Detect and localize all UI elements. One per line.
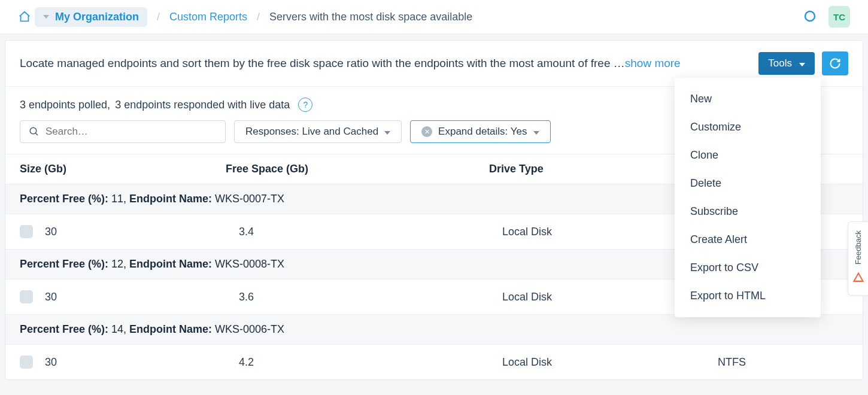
menu-item[interactable]: Create Alert: [675, 226, 821, 254]
show-more-link[interactable]: show more: [625, 57, 681, 69]
cell-free: 4.2: [239, 356, 502, 369]
breadcrumb-separator: /: [257, 11, 260, 23]
responses-filter[interactable]: Responses: Live and Cached: [234, 120, 402, 143]
report-card: Locate managed endpoints and sort them b…: [5, 40, 863, 380]
search-input[interactable]: [45, 126, 217, 138]
cell-free: 3.6: [239, 291, 502, 303]
description: Locate managed endpoints and sort them b…: [20, 57, 625, 69]
search-input-wrapper[interactable]: [20, 120, 226, 143]
org-name: My Organization: [55, 11, 139, 23]
cell-size: 30: [45, 356, 239, 369]
clear-icon[interactable]: ✕: [421, 126, 432, 137]
search-icon: [29, 126, 40, 137]
row-checkbox[interactable]: [20, 225, 33, 238]
chevron-down-icon: [533, 126, 539, 138]
cell-size: 30: [45, 226, 239, 238]
breadcrumb-separator: /: [157, 11, 160, 23]
polled-count: 3 endpoints polled,: [20, 99, 110, 111]
org-breadcrumb[interactable]: My Organization: [35, 7, 147, 27]
home-icon[interactable]: [18, 10, 31, 23]
row-checkbox[interactable]: [20, 356, 33, 369]
menu-item[interactable]: Customize: [675, 113, 821, 141]
group-row[interactable]: Percent Free (%): 14, Endpoint Name: WKS…: [5, 314, 863, 344]
menu-item[interactable]: Export to HTML: [675, 282, 821, 310]
cell-free: 3.4: [239, 226, 502, 238]
user-avatar[interactable]: TC: [828, 6, 850, 28]
table-row: 304.2Local DiskNTFS: [5, 344, 863, 379]
feedback-tab[interactable]: Feedback: [848, 221, 868, 296]
row-checkbox[interactable]: [20, 290, 33, 303]
refresh-icon: [829, 57, 841, 69]
svg-point-1: [30, 127, 37, 134]
responses-label: Responses: Live and Cached: [245, 126, 378, 138]
tools-button[interactable]: Tools: [758, 52, 815, 75]
chevron-down-icon: [43, 15, 49, 19]
feedback-label: Feedback: [854, 230, 863, 265]
breadcrumb-link[interactable]: Custom Reports: [169, 11, 247, 23]
description-text: Locate managed endpoints and sort them b…: [20, 57, 749, 70]
menu-item[interactable]: Clone: [675, 141, 821, 169]
chevron-down-icon: [384, 126, 390, 138]
expand-details-filter[interactable]: ✕ Expand details: Yes: [410, 120, 550, 143]
svg-line-2: [35, 133, 38, 135]
tools-menu: NewCustomizeCloneDeleteSubscribeCreate A…: [675, 78, 821, 317]
menu-item[interactable]: Subscribe: [675, 198, 821, 226]
breadcrumb-bar: My Organization / Custom Reports / Serve…: [0, 0, 868, 34]
cell-drive: Local Disk: [502, 356, 718, 369]
column-free[interactable]: Free Space (Gb): [226, 163, 489, 175]
refresh-button[interactable]: [822, 51, 848, 75]
breadcrumb-current: Servers with the most disk space availab…: [269, 11, 472, 23]
cell-format: NTFS: [718, 356, 848, 369]
help-icon[interactable]: ?: [298, 98, 312, 112]
expand-label: Expand details: Yes: [438, 126, 527, 138]
feedback-logo-icon: [852, 272, 864, 287]
svg-point-0: [805, 11, 815, 21]
menu-item[interactable]: Export to CSV: [675, 254, 821, 282]
tools-label: Tools: [768, 57, 792, 69]
column-size[interactable]: Size (Gb): [20, 163, 226, 175]
menu-item[interactable]: New: [675, 85, 821, 113]
cell-size: 30: [45, 291, 239, 303]
responded-count: 3 endpoints responded with live data: [115, 99, 290, 111]
chevron-down-icon: [799, 57, 805, 69]
menu-item[interactable]: Delete: [675, 169, 821, 198]
column-drive[interactable]: Drive Type: [489, 163, 705, 175]
global-search-icon[interactable]: [803, 10, 818, 24]
